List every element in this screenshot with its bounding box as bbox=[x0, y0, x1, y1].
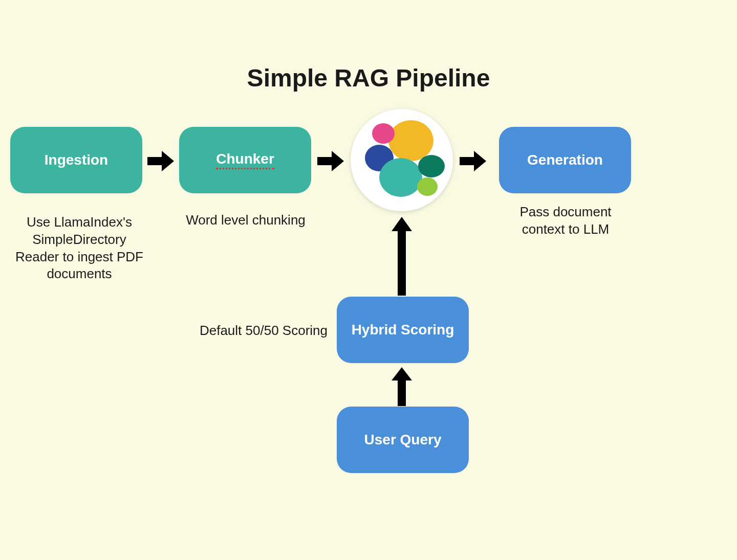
node-ingestion: Ingestion bbox=[10, 127, 142, 193]
caption-hybrid: Default 50/50 Scoring bbox=[184, 322, 328, 340]
node-hybrid-scoring: Hybrid Scoring bbox=[337, 297, 469, 363]
caption-chunker: Word level chunking bbox=[169, 212, 322, 229]
arrow-up-icon bbox=[389, 365, 415, 408]
arrow-icon bbox=[460, 148, 488, 176]
node-user-query-label: User Query bbox=[364, 432, 442, 448]
node-chunker: Chunker bbox=[179, 127, 311, 193]
elasticsearch-icon bbox=[351, 109, 453, 211]
node-chunker-label: Chunker bbox=[216, 151, 274, 169]
node-hybrid-scoring-label: Hybrid Scoring bbox=[352, 322, 454, 338]
caption-generation: Pass document context to LLM bbox=[509, 204, 622, 238]
svg-point-0 bbox=[388, 120, 433, 161]
node-generation-label: Generation bbox=[527, 152, 603, 168]
node-generation: Generation bbox=[499, 127, 631, 193]
arrow-up-icon bbox=[389, 214, 415, 298]
svg-point-3 bbox=[379, 158, 422, 197]
node-ingestion-label: Ingestion bbox=[45, 152, 108, 168]
arrow-icon bbox=[147, 148, 176, 176]
svg-point-1 bbox=[372, 123, 395, 144]
arrow-icon bbox=[317, 148, 345, 176]
diagram-title: Simple RAG Pipeline bbox=[0, 64, 737, 92]
svg-point-5 bbox=[417, 177, 438, 196]
svg-point-4 bbox=[418, 155, 445, 177]
caption-ingestion: Use LlamaIndex's SimpleDirectory Reader … bbox=[10, 214, 148, 283]
node-user-query: User Query bbox=[337, 407, 469, 473]
